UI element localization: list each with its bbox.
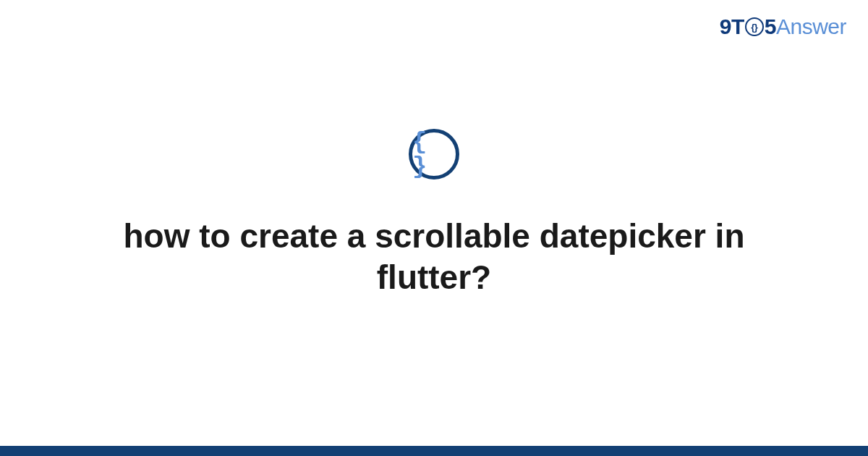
main-content: { } how to create a scrollable datepicke… bbox=[0, 0, 868, 456]
footer-bar bbox=[0, 446, 868, 456]
question-title: how to create a scrollable datepicker in… bbox=[109, 216, 760, 299]
code-braces-icon: { } bbox=[409, 129, 459, 180]
braces-symbol: { } bbox=[412, 130, 456, 179]
